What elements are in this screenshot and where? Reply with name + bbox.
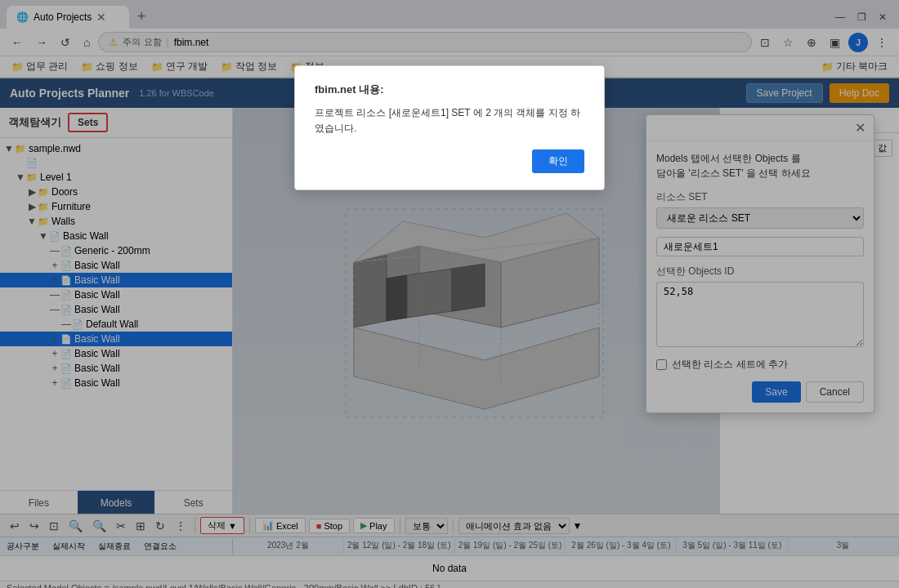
alert-message: 프로젝트 리소스 [새로운세트1] SET 에 2 개의 객체를 지정 하였습니…	[315, 105, 584, 136]
alert-dialog: fbim.net 내용: 프로젝트 리소스 [새로운세트1] SET 에 2 개…	[294, 65, 605, 190]
alert-title: fbim.net 내용:	[315, 82, 584, 97]
alert-overlay: fbim.net 내용: 프로젝트 리소스 [새로운세트1] SET 에 2 개…	[0, 0, 899, 588]
alert-actions: 확인	[315, 149, 584, 173]
confirm-button[interactable]: 확인	[532, 149, 584, 173]
